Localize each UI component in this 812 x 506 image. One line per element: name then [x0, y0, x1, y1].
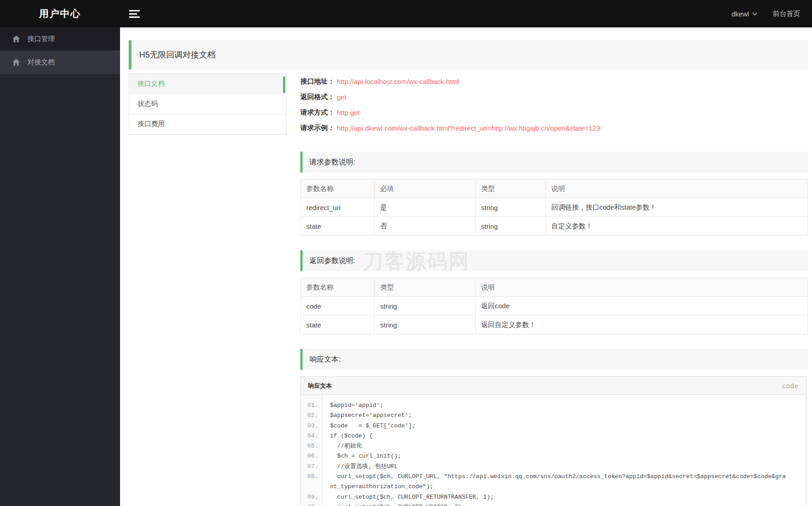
sidebar: 接口管理 对接文档: [0, 27, 120, 506]
subnav-item-status-codes[interactable]: 状态码: [129, 94, 286, 114]
col-header: 说明: [476, 278, 808, 297]
section-response-body: 响应文本:: [300, 349, 808, 370]
col-header: 说明: [546, 179, 808, 198]
cell: state: [301, 217, 375, 236]
api-info-block: 接口地址： http://api.localhost.com/wx-callba…: [300, 74, 808, 136]
col-header: 必填: [375, 179, 476, 198]
subnav-label: 接口文档: [137, 79, 165, 88]
api-url-link[interactable]: http://api.localhost.com/wx-callback.htm…: [337, 78, 459, 85]
doc-subnav: 接口文档 状态码 接口费用: [129, 74, 287, 135]
site-watermark: 刀客源码网: [363, 248, 470, 275]
api-info-line: 返回格式： get: [300, 89, 808, 105]
request-method-value: http get: [337, 109, 360, 116]
page-title-panel: H5无限回调对接文档: [129, 40, 808, 69]
home-icon: [12, 36, 20, 42]
code-line: 04. if ($code) {: [301, 431, 806, 441]
code-lang-badge: code: [782, 382, 799, 390]
line-number: 02.: [301, 411, 322, 421]
subnav-label: 接口费用: [137, 120, 165, 128]
return-format-value: get: [337, 93, 346, 101]
sidebar-item-api-manage[interactable]: 接口管理: [0, 27, 120, 51]
table-row: code string 返回code: [301, 297, 808, 316]
table-header-row: 参数名称 类型 说明: [301, 278, 808, 297]
code-line: 03. $code = $_GET['code'];: [301, 421, 806, 431]
code-line: 09. curl_setopt($ch, CURLOPT_RETURNTRANS…: [301, 492, 806, 502]
line-number: 05.: [301, 441, 322, 451]
info-label: 请求示例：: [300, 124, 335, 132]
code-line: 06. $ch = curl_init();: [301, 451, 806, 461]
col-header: 参数名称: [301, 179, 375, 198]
cell: 回调链接，接口code和state参数！: [546, 198, 808, 217]
line-text: $ch = curl_init();: [322, 451, 806, 461]
table-row: state 否 string 自定义参数！: [301, 217, 808, 236]
code-line: 08. curl_setopt($ch, CURLOPT_URL, "https…: [301, 472, 806, 492]
line-number: 04.: [301, 431, 322, 441]
cell: redirect_uri: [301, 198, 375, 217]
cell: state: [301, 316, 375, 334]
sidebar-item-label: 接口管理: [27, 35, 55, 43]
app-logo: 用户中心: [0, 7, 120, 20]
chevron-down-icon: [752, 12, 757, 16]
table-header-row: 参数名称 必填 类型 说明: [301, 179, 808, 198]
api-info-line: 请求方式： http get: [300, 105, 808, 120]
line-number: 03.: [301, 421, 322, 431]
section-response-params: 返回参数说明: 刀客源码网: [300, 250, 808, 271]
username: dkewl: [732, 10, 749, 18]
cell: string: [476, 198, 546, 217]
cell: 否: [375, 217, 476, 236]
line-number: 06.: [301, 451, 322, 461]
section-request-params: 请求参数说明:: [300, 152, 808, 173]
cell: string: [476, 217, 546, 236]
cell: 返回自定义参数！: [476, 316, 808, 334]
line-text: if ($code) {: [322, 431, 806, 441]
line-text: $code = $_GET['code'];: [322, 421, 806, 431]
line-text: //设置选项, 包括URL: [322, 462, 806, 472]
cell: 是: [375, 198, 476, 217]
cell: string: [375, 316, 476, 334]
subnav-scrollbar[interactable]: [283, 76, 285, 93]
table-row: state string 返回自定义参数！: [301, 316, 808, 334]
subnav-item-api-doc[interactable]: 接口文档: [129, 74, 286, 94]
table-row: redirect_uri 是 string 回调链接，接口code和state参…: [301, 198, 808, 217]
code-panel-header: 响应文本 code: [301, 377, 806, 395]
request-params-table: 参数名称 必填 类型 说明 redirect_uri 是 string 回调链接…: [300, 179, 808, 236]
response-params-table: 参数名称 类型 说明 code string 返回code state stri…: [300, 278, 808, 334]
topbar: 用户中心 dkewl 前台首页: [0, 0, 812, 27]
cell: string: [375, 297, 476, 316]
code-panel: 响应文本 code 01. $appid='appid'; 02. $appse…: [300, 376, 807, 506]
line-text: //初始化: [322, 441, 806, 451]
col-header: 类型: [476, 179, 546, 198]
topbar-right: dkewl 前台首页: [732, 10, 812, 18]
request-example-link[interactable]: http://api.dkewl.com/wx-callback.html?re…: [337, 124, 600, 132]
col-header: 类型: [375, 278, 476, 297]
frontend-home-link[interactable]: 前台首页: [773, 10, 800, 18]
code-line: 05. //初始化: [301, 441, 806, 451]
line-number: 10.: [301, 502, 322, 506]
page-title: H5无限回调对接文档: [139, 49, 215, 60]
section-title: 请求参数说明:: [309, 158, 355, 167]
api-info-line: 接口地址： http://api.localhost.com/wx-callba…: [300, 74, 808, 89]
code-body[interactable]: 01. $appid='appid'; 02. $appsecret='apps…: [301, 395, 806, 506]
code-line: 07. //设置选项, 包括URL: [301, 462, 806, 472]
info-label: 返回格式：: [300, 93, 335, 101]
code-panel-title: 响应文本: [308, 382, 332, 390]
subnav-label: 状态码: [137, 100, 158, 108]
home-icon: [12, 59, 20, 66]
sidebar-item-docs[interactable]: 对接文档: [0, 51, 120, 74]
subnav-item-api-fees[interactable]: 接口费用: [129, 114, 286, 134]
cell: 自定义参数！: [546, 217, 808, 236]
line-text: curl_setopt($ch, CURLOPT_URL, "https://a…: [322, 472, 806, 492]
line-number: 01.: [301, 401, 322, 411]
main-content: H5无限回调对接文档 接口文档 状态码 接口费用 接口地址： http://ap…: [120, 0, 812, 506]
info-label: 请求方式：: [300, 108, 335, 117]
line-text: $appid='appid';: [322, 401, 806, 411]
user-dropdown[interactable]: dkewl: [732, 10, 757, 18]
code-line: 02. $appsecret='appsecret';: [301, 411, 806, 421]
sidebar-item-label: 对接文档: [27, 58, 55, 67]
line-number: 09.: [301, 492, 322, 502]
code-line: 10. curl_setopt($ch, CURLOPT_HEADER, 0);: [301, 502, 806, 506]
line-text: curl_setopt($ch, CURLOPT_HEADER, 0);: [322, 502, 806, 506]
code-line: 01. $appid='appid';: [301, 401, 806, 411]
cell: 返回code: [476, 297, 808, 316]
hamburger-icon[interactable]: [129, 8, 140, 20]
